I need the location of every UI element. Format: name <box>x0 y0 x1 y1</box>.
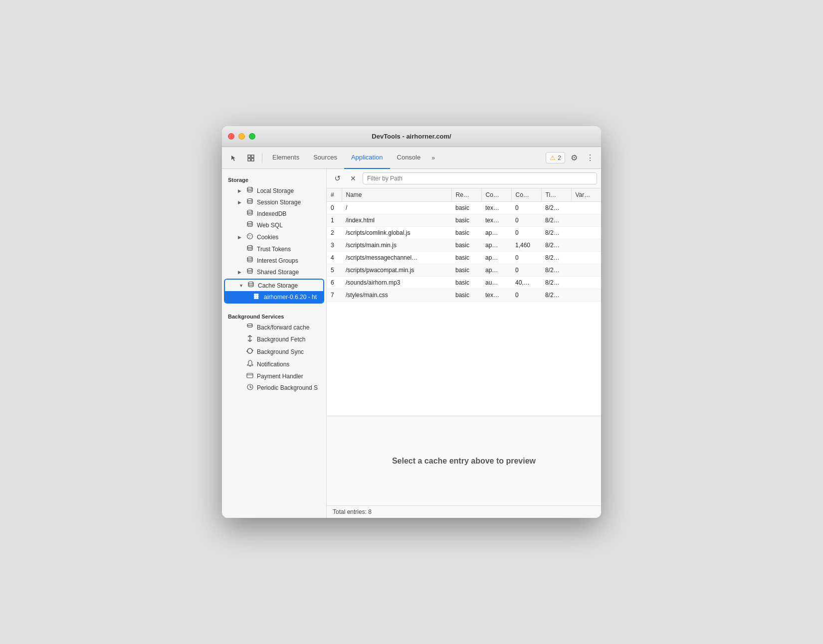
content-area: ↻ ✕ # Name Re… Co… Co… <box>327 169 601 518</box>
sidebar-item-indexeddb[interactable]: ▶ IndexedDB <box>224 208 324 219</box>
inspect-tool-button[interactable] <box>243 151 259 165</box>
indexeddb-label: IndexedDB <box>257 210 320 217</box>
sidebar-item-payment-handler[interactable]: ▶ Payment Handler <box>224 370 324 382</box>
settings-button[interactable]: ⚙ <box>567 151 581 165</box>
interest-groups-label: Interest Groups <box>257 257 320 264</box>
sidebar-item-bg-sync[interactable]: ▶ Background Sync <box>224 345 324 358</box>
svg-point-8 <box>247 234 253 239</box>
svg-point-5 <box>247 199 252 201</box>
cell-var <box>571 202 601 214</box>
cell-re: basic <box>451 214 481 227</box>
cell-co2: 1,460 <box>511 239 541 252</box>
storage-icon <box>246 187 253 193</box>
sidebar-item-back-forward-cache[interactable]: ▶ Back/forward cache <box>224 322 324 333</box>
sidebar-item-local-storage[interactable]: ▶ Local Storage <box>224 185 324 196</box>
col-ti: Ti… <box>541 188 571 202</box>
table-row[interactable]: 0 / basic tex… 0 8/2… <box>327 202 601 214</box>
preview-text: Select a cache entry above to preview <box>392 457 536 466</box>
clear-filter-button[interactable]: ✕ <box>347 172 360 185</box>
more-menu-button[interactable]: ⋮ <box>583 151 597 165</box>
tab-console[interactable]: Console <box>390 147 428 169</box>
cell-ti: 8/2… <box>541 239 571 252</box>
db-icon <box>246 198 254 206</box>
sidebar-item-notifications[interactable]: ▶ Notifications <box>224 358 324 370</box>
clear-icon: ✕ <box>350 174 356 182</box>
sidebar-item-shared-storage[interactable]: ▶ Shared Storage <box>224 266 324 278</box>
bell-icon-svg <box>247 360 253 367</box>
toolbar-divider <box>262 153 262 163</box>
cell-num: 4 <box>327 252 342 264</box>
storage-section-label: Storage <box>222 173 326 185</box>
main-layout: Storage ▶ Local Storage ▶ <box>222 169 601 518</box>
table-row[interactable]: 3 /scripts/main.min.js basic ap… 1,460 8… <box>327 239 601 252</box>
table-row[interactable]: 7 /styles/main.css basic tex… 0 8/2… <box>327 289 601 302</box>
cell-name: /index.html <box>342 214 451 227</box>
sidebar-item-session-storage[interactable]: ▶ Session Storage <box>224 196 324 208</box>
cell-co2: 40,… <box>511 277 541 289</box>
table-row[interactable]: 1 /index.html basic tex… 0 8/2… <box>327 214 601 227</box>
arrow-icon: ▶ <box>238 188 243 193</box>
sidebar-item-web-sql[interactable]: ▶ Web SQL <box>224 219 324 231</box>
tab-application[interactable]: Application <box>344 147 390 169</box>
svg-point-14 <box>247 269 252 271</box>
fetch-icon-svg <box>247 335 253 342</box>
titlebar: DevTools - airhorner.com/ <box>222 126 601 147</box>
periodic-bg-label: Periodic Background S <box>257 384 320 391</box>
svg-rect-17 <box>256 294 258 296</box>
refresh-button[interactable]: ↻ <box>331 172 344 185</box>
cell-name: /sounds/airhorn.mp3 <box>342 277 451 289</box>
sidebar-item-trust-tokens[interactable]: ▶ Trust Tokens <box>224 243 324 255</box>
table-row[interactable]: 2 /scripts/comlink.global.js basic ap… 0… <box>327 227 601 239</box>
cell-num: 1 <box>327 214 342 227</box>
table-row[interactable]: 6 /sounds/airhorn.mp3 basic au… 40,… 8/2… <box>327 277 601 289</box>
shared-storage-label: Shared Storage <box>257 269 320 276</box>
clock-icon-svg <box>247 384 253 390</box>
storage-icon <box>246 198 253 204</box>
sidebar-item-bg-fetch[interactable]: ▶ Background Fetch <box>224 333 324 345</box>
cell-num: 3 <box>327 239 342 252</box>
tab-elements[interactable]: Elements <box>265 147 306 169</box>
arrow-icon: ▶ <box>238 235 243 240</box>
warning-badge[interactable]: ⚠ 2 <box>546 152 565 163</box>
cell-ti: 8/2… <box>541 252 571 264</box>
sidebar-item-interest-groups[interactable]: ▶ Interest Groups <box>224 255 324 266</box>
warning-count: 2 <box>558 155 561 161</box>
cell-co1: ap… <box>481 252 511 264</box>
cell-num: 6 <box>327 277 342 289</box>
table-row[interactable]: 4 /scripts/messagechannel… basic ap… 0 8… <box>327 252 601 264</box>
filter-input[interactable] <box>363 172 597 184</box>
sidebar-item-periodic-bg[interactable]: ▶ Periodic Background S <box>224 382 324 394</box>
expanded-arrow-icon: ▼ <box>239 283 244 288</box>
toolbar-right: ⚠ 2 ⚙ ⋮ <box>546 151 597 165</box>
cursor-tool-button[interactable] <box>226 151 242 165</box>
cell-name: /scripts/comlink.global.js <box>342 227 451 239</box>
svg-rect-24 <box>247 373 253 378</box>
sidebar-item-cache-entry[interactable]: ▶ airhorner-0.6.20 - ht <box>225 291 323 303</box>
sidebar-item-cookies[interactable]: ▶ Cookies <box>224 231 324 243</box>
refresh-icon: ↻ <box>334 174 341 183</box>
db-icon <box>246 210 254 217</box>
cell-co2: 0 <box>511 202 541 214</box>
storage-icon <box>247 282 254 288</box>
grid-icon <box>253 293 261 301</box>
cell-co1: ap… <box>481 264 511 277</box>
db-icon <box>247 282 255 289</box>
payment-handler-label: Payment Handler <box>257 373 320 380</box>
maximize-button[interactable] <box>249 133 255 140</box>
col-var: Var… <box>571 188 601 202</box>
svg-point-12 <box>247 246 252 248</box>
cookies-label: Cookies <box>257 234 320 241</box>
cell-num: 5 <box>327 264 342 277</box>
svg-point-15 <box>248 282 253 284</box>
minimize-button[interactable] <box>238 133 245 140</box>
sidebar-item-cache-storage[interactable]: ▼ Cache Storage <box>225 280 323 291</box>
session-storage-label: Session Storage <box>257 199 320 206</box>
cell-var <box>571 214 601 227</box>
table-row[interactable]: 5 /scripts/pwacompat.min.js basic ap… 0 … <box>327 264 601 277</box>
cell-ti: 8/2… <box>541 277 571 289</box>
col-co2: Co… <box>511 188 541 202</box>
svg-point-6 <box>247 210 252 212</box>
more-tabs-button[interactable]: » <box>427 153 439 163</box>
close-button[interactable] <box>228 133 234 140</box>
tab-sources[interactable]: Sources <box>306 147 344 169</box>
